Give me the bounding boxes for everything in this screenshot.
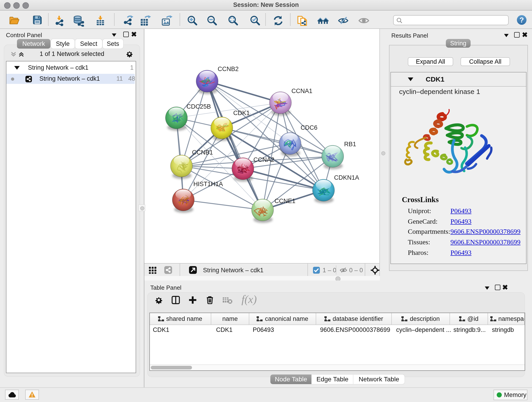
svg-text:CCNB2: CCNB2: [218, 65, 239, 72]
svg-text:CCNE1: CCNE1: [274, 198, 296, 204]
svg-text:HIST1H1A: HIST1H1A: [193, 181, 223, 187]
svg-text:CDC25B: CDC25B: [186, 103, 211, 110]
svg-text:CCNA1: CCNA1: [291, 88, 312, 95]
svg-text:CCNB1: CCNB1: [192, 149, 213, 156]
svg-text:CCNA2: CCNA2: [253, 156, 274, 163]
svg-text:CDK1: CDK1: [233, 109, 250, 116]
svg-text:CDKN1A: CDKN1A: [334, 174, 359, 181]
svg-text:RB1: RB1: [344, 141, 356, 148]
svg-text:CDC6: CDC6: [301, 124, 317, 131]
